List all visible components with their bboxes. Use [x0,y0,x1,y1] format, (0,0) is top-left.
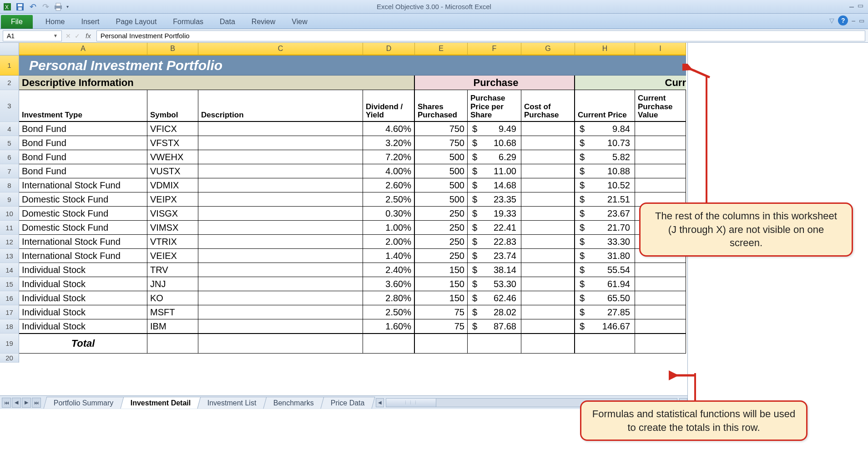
cell-current-purchase-value[interactable] [635,263,686,277]
fx-icon[interactable]: fx [84,32,93,40]
col-header-C[interactable]: C [198,43,363,56]
hdr-symbol[interactable]: Symbol [147,90,198,122]
hdr-investment-type[interactable]: Investment Type [19,90,147,122]
qat-dropdown-icon[interactable]: ▾ [66,4,69,9]
name-box-dropdown-icon[interactable]: ▼ [53,33,58,38]
cell-current-purchase-value[interactable] [635,277,686,291]
cell-cost-of-purchase[interactable] [521,277,575,291]
col-header-H[interactable]: H [575,43,635,56]
redo-icon[interactable]: ↷ [41,2,50,11]
cell-symbol[interactable]: MSFT [147,305,198,319]
cell-dividend[interactable]: 2.00% [363,235,415,249]
cell-symbol[interactable]: VFSTX [147,136,198,150]
row-header-11[interactable]: 11 [0,221,19,235]
row-header-17[interactable]: 17 [0,305,19,319]
cell-shares[interactable]: 250 [415,249,468,263]
cell-purchase-price[interactable]: $28.02 [468,305,521,319]
cell-purchase-price[interactable]: $62.46 [468,291,521,305]
cell-investment-type[interactable]: Bond Fund [19,150,147,164]
quick-print-icon[interactable] [54,2,63,11]
cell-dividend[interactable]: 1.40% [363,249,415,263]
hscroll-thumb[interactable]: ⋮⋮⋮ [386,399,436,407]
cell-symbol[interactable]: VUSTX [147,164,198,178]
cell-shares[interactable]: 150 [415,263,468,277]
cell-symbol[interactable]: IBM [147,319,198,334]
cell-current-price[interactable]: $9.84 [575,122,635,136]
cell-dividend[interactable]: 4.60% [363,122,415,136]
cell-dividend[interactable]: 3.20% [363,136,415,150]
cell-dividend[interactable]: 0.30% [363,207,415,221]
cell-purchase-price[interactable]: $23.35 [468,192,521,207]
cell-shares[interactable]: 75 [415,305,468,319]
cell-current-price[interactable]: $146.67 [575,319,635,334]
cell-purchase-price[interactable]: $6.29 [468,150,521,164]
cell-current-price[interactable]: $21.51 [575,192,635,207]
section-descriptive[interactable]: Descriptive Information [19,76,415,90]
cell-dividend[interactable]: 7.20% [363,150,415,164]
row-header-13[interactable]: 13 [0,249,19,263]
col-header-F[interactable]: F [468,43,521,56]
cell-description[interactable] [198,207,363,221]
cell-current-price[interactable]: $33.30 [575,235,635,249]
row-header-12[interactable]: 12 [0,235,19,249]
cell-current-price[interactable]: $10.73 [575,136,635,150]
cell-shares[interactable]: 150 [415,277,468,291]
sheet-nav-next-icon[interactable]: ▶ [22,398,31,408]
cell-purchase-price[interactable]: $87.68 [468,319,521,334]
cell-investment-type[interactable]: Individual Stock [19,291,147,305]
title-banner[interactable]: Personal Investment Portfolio [19,56,686,76]
cell-current-price[interactable]: $31.80 [575,249,635,263]
cell-current-price[interactable]: $23.67 [575,207,635,221]
cell-shares[interactable]: 500 [415,178,468,192]
cell-current-purchase-value[interactable] [635,178,686,192]
hdr-cost-of-purchase[interactable]: Cost of Purchase [521,90,575,122]
total-E[interactable] [415,334,468,354]
cell-purchase-price[interactable]: $22.41 [468,221,521,235]
cell-current-price[interactable]: $10.52 [575,178,635,192]
cell-cost-of-purchase[interactable] [521,164,575,178]
ribbon-restore-icon[interactable]: ▭ [859,17,864,24]
cell-dividend[interactable]: 4.00% [363,164,415,178]
row-header-18[interactable]: 18 [0,319,19,334]
cell-investment-type[interactable]: Domestic Stock Fund [19,192,147,207]
sheet-tab-portfolio-summary[interactable]: Portfolio Summary [44,397,124,409]
cell-symbol[interactable]: VWEHX [147,150,198,164]
row-header-2[interactable]: 2 [0,76,19,90]
total-D[interactable] [363,334,415,354]
cell-cost-of-purchase[interactable] [521,122,575,136]
cell-cost-of-purchase[interactable] [521,207,575,221]
cell-dividend[interactable]: 1.60% [363,319,415,334]
cell-current-price[interactable]: $21.70 [575,221,635,235]
cell-cost-of-purchase[interactable] [521,249,575,263]
cell-symbol[interactable]: VTRIX [147,235,198,249]
total-H[interactable] [575,334,635,354]
cell-current-purchase-value[interactable] [635,136,686,150]
cell-investment-type[interactable]: International Stock Fund [19,249,147,263]
cell-dividend[interactable]: 2.80% [363,291,415,305]
col-header-A[interactable]: A [19,43,147,56]
cell-purchase-price[interactable]: $10.68 [468,136,521,150]
enter-formula-icon[interactable]: ✓ [75,32,80,40]
cell-cost-of-purchase[interactable] [521,235,575,249]
hscroll-left-icon[interactable]: ◀ [376,398,384,407]
cell-shares[interactable]: 750 [415,136,468,150]
row-header-7[interactable]: 7 [0,164,19,178]
ribbon-tab-page-layout[interactable]: Page Layout [107,15,165,29]
cell-cost-of-purchase[interactable] [521,178,575,192]
cell-symbol[interactable]: VEIPX [147,192,198,207]
cell-investment-type[interactable]: Individual Stock [19,277,147,291]
cell-description[interactable] [198,235,363,249]
cell-description[interactable] [198,319,363,334]
cell-current-purchase-value[interactable] [635,150,686,164]
hdr-current-purchase-value[interactable]: Current Purchase Value [635,90,686,122]
cell-cost-of-purchase[interactable] [521,319,575,334]
cell-investment-type[interactable]: Bond Fund [19,164,147,178]
row-header-4[interactable]: 4 [0,122,19,136]
ribbon-tab-home[interactable]: Home [37,15,73,29]
total-B[interactable] [147,334,198,354]
cell-shares[interactable]: 75 [415,319,468,334]
cell-current-price[interactable]: $5.82 [575,150,635,164]
name-box[interactable]: A1 ▼ [3,30,62,41]
cell-description[interactable] [198,263,363,277]
cell-shares[interactable]: 250 [415,221,468,235]
